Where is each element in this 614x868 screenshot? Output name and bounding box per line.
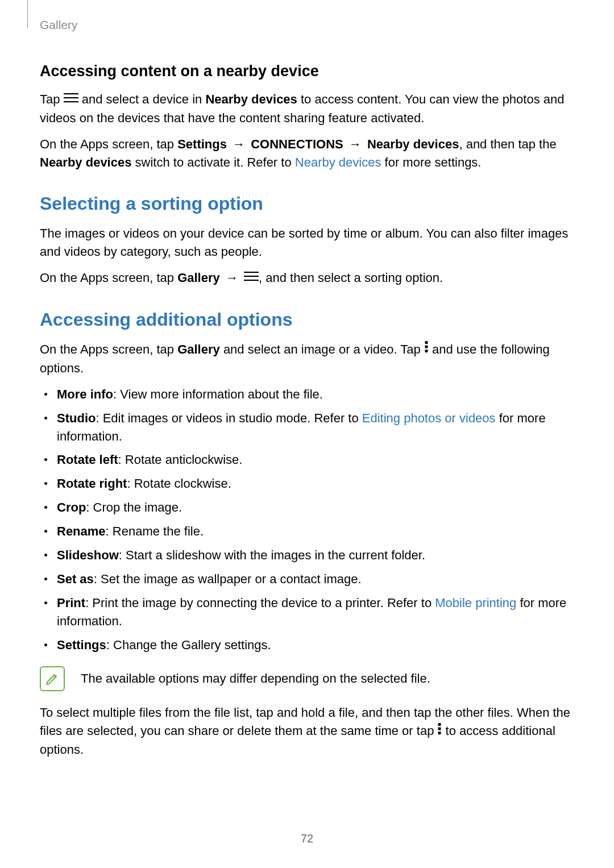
options-list: More info: View more information about t… — [40, 385, 574, 654]
svg-rect-11 — [438, 727, 441, 730]
list-item: Rotate right: Rotate clockwise. — [57, 475, 574, 493]
option-desc: : Change the Gallery settings. — [106, 638, 271, 652]
text: On the Apps screen, tap — [40, 271, 177, 285]
option-desc: : Rename the file. — [106, 524, 204, 538]
menu-lines-icon — [64, 90, 78, 108]
option-desc: : Print the image by connecting the devi… — [85, 596, 435, 610]
text: On the Apps screen, tap — [40, 137, 177, 151]
heading-sorting: Selecting a sorting option — [40, 193, 574, 214]
para-sorting-2: On the Apps screen, tap Gallery → , and … — [40, 269, 574, 288]
bold-text: CONNECTIONS — [251, 137, 343, 151]
bullet-icon — [44, 601, 47, 604]
para-multi: To select multiple files from the file l… — [40, 704, 574, 759]
bullet-icon — [44, 554, 47, 556]
bullet-icon — [44, 578, 47, 580]
para-additional-1: On the Apps screen, tap Gallery and sele… — [40, 340, 574, 377]
bold-text: Gallery — [177, 271, 220, 285]
bullet-icon — [44, 458, 47, 461]
list-item: Slideshow: Start a slideshow with the im… — [57, 546, 574, 564]
svg-rect-7 — [425, 345, 428, 348]
option-desc: : Rotate anticlockwise. — [118, 452, 243, 467]
option-desc: : Start a slideshow with the images in t… — [119, 548, 425, 562]
link-editing-photos[interactable]: Editing photos or videos — [362, 411, 496, 425]
option-label: More info — [57, 387, 113, 401]
arrow-icon: → — [343, 137, 367, 151]
link-nearby-devices[interactable]: Nearby devices — [295, 155, 381, 169]
text: and select an image or a video. Tap — [220, 342, 424, 356]
note-pencil-icon — [40, 666, 65, 691]
option-label: Rename — [57, 524, 106, 538]
svg-rect-10 — [438, 723, 441, 726]
more-dots-icon — [424, 340, 429, 358]
option-desc: : Rotate clockwise. — [127, 476, 231, 491]
option-label: Slideshow — [57, 548, 119, 562]
bold-text: Gallery — [177, 342, 220, 356]
bullet-icon — [44, 643, 47, 646]
option-label: Settings — [57, 638, 106, 652]
link-mobile-printing[interactable]: Mobile printing — [435, 596, 516, 610]
option-desc: : View more information about the file. — [113, 387, 323, 401]
bullet-icon — [44, 393, 47, 396]
note-text: The available options may differ dependi… — [81, 670, 430, 688]
list-item: Studio: Edit images or videos in studio … — [57, 409, 574, 446]
svg-rect-12 — [438, 732, 441, 734]
text: On the Apps screen, tap — [40, 342, 177, 356]
option-label: Crop — [57, 500, 86, 514]
note-box: The available options may differ dependi… — [40, 666, 574, 691]
bold-text: Nearby devices — [205, 92, 297, 106]
list-item: Crop: Crop the image. — [57, 499, 574, 517]
more-dots-icon — [437, 722, 442, 740]
breadcrumb: Gallery — [40, 18, 78, 32]
heading-additional: Accessing additional options — [40, 309, 574, 330]
heading-nearby: Accessing content on a nearby device — [40, 63, 574, 80]
text: switch to activate it. Refer to — [131, 155, 294, 169]
text: and select a device in — [78, 92, 206, 106]
para-sorting-1: The images or videos on your device can … — [40, 225, 574, 261]
arrow-icon: → — [227, 137, 251, 151]
header-divider — [27, 0, 28, 28]
menu-lines-icon — [244, 268, 259, 286]
list-item: Rename: Rename the file. — [57, 522, 574, 541]
page-content: Accessing content on a nearby device Tap… — [40, 63, 574, 767]
list-item: Print: Print the image by connecting the… — [57, 594, 574, 630]
para-nearby-1: Tap and select a device in Nearby device… — [40, 90, 574, 127]
list-item: Settings: Change the Gallery settings. — [57, 636, 574, 654]
bold-text: Nearby devices — [367, 137, 459, 151]
text: , and then tap the — [459, 137, 556, 151]
bold-text: Settings — [177, 137, 227, 151]
option-desc: : Edit images or videos in studio mode. … — [96, 411, 362, 425]
page-number: 72 — [0, 832, 614, 845]
option-label: Rotate right — [57, 476, 127, 491]
list-item: Rotate left: Rotate anticlockwise. — [57, 451, 574, 469]
list-item: Set as: Set the image as wallpaper or a … — [57, 570, 574, 588]
svg-rect-8 — [425, 350, 428, 352]
option-label: Set as — [57, 572, 94, 586]
option-label: Rotate left — [57, 452, 118, 467]
list-item: More info: View more information about t… — [57, 385, 574, 404]
text: , and then select a sorting option. — [259, 271, 443, 285]
svg-rect-6 — [425, 341, 428, 344]
option-label: Print — [57, 596, 85, 610]
bullet-icon — [44, 506, 47, 509]
text: Tap — [40, 92, 64, 106]
bold-text: Nearby devices — [40, 155, 131, 169]
text: for more settings. — [381, 155, 481, 169]
option-desc: : Crop the image. — [86, 500, 182, 514]
bullet-icon — [44, 482, 47, 485]
option-label: Studio — [57, 411, 96, 425]
bullet-icon — [44, 530, 47, 533]
para-nearby-2: On the Apps screen, tap Settings → CONNE… — [40, 135, 574, 172]
svg-line-9 — [53, 676, 55, 678]
bullet-icon — [44, 417, 47, 420]
arrow-icon: → — [220, 271, 244, 285]
option-desc: : Set the image as wallpaper or a contac… — [94, 572, 362, 586]
